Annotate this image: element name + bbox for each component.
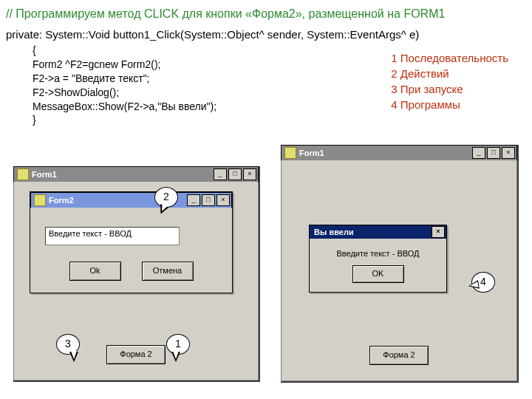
legend-item: 1 Последовательность [391,52,508,64]
form2-dialog: Form2 _ □ × Введите текст - ВВОД Ok Отме… [30,191,233,293]
code-signature: private: System::Void button1_Click(Syst… [6,28,526,44]
maximize-button[interactable]: □ [202,194,215,206]
messagebox-text: Введите текст - ВВОД [317,249,439,258]
form2-titlebar: Form2 _ □ × [30,192,232,208]
maximize-button[interactable]: □ [487,147,500,159]
text-input[interactable]: Введите текст - ВВОД [45,227,180,245]
callout-2: 2 [154,187,178,208]
legend-item: 2 Действий [391,67,508,80]
form1-title: Form1 [299,149,472,157]
legend-item: 3 При запуске [391,83,508,95]
cancel-button[interactable]: Отмена [142,262,194,281]
form1-titlebar: Form1 _ □ × [281,145,517,160]
callout-tail [468,280,480,290]
forma2-button[interactable]: Форма 2 [106,345,166,364]
screenshot-left: Form1 _ □ × Form2 _ □ × Введите текст - … [13,166,260,382]
ok-button[interactable]: OK [352,265,404,283]
form1-titlebar: Form1 _ □ × [13,166,259,182]
code-line: } [33,113,526,127]
messagebox-title: Вы ввели [314,228,354,236]
forma2-button[interactable]: Форма 2 [369,346,429,365]
minimize-button[interactable]: _ [472,147,485,159]
form-icon [34,194,46,206]
ok-button[interactable]: Ok [69,262,121,281]
close-button[interactable]: × [243,168,256,180]
close-button[interactable]: × [216,194,230,206]
minimize-button[interactable]: _ [187,194,200,206]
screenshot-right: Form1 _ □ × Вы ввели × Введите текст - В… [281,145,519,383]
minimize-button[interactable]: _ [214,168,227,180]
messagebox-titlebar: Вы ввели × [310,225,446,239]
form-icon [284,147,296,159]
form-icon [17,168,29,180]
maximize-button[interactable]: □ [228,168,242,180]
form1-title: Form1 [32,170,214,179]
legend: 1 Последовательность 2 Действий 3 При за… [391,52,508,114]
close-button[interactable]: × [432,226,445,238]
legend-item: 4 Программы [391,98,508,111]
slide-title: // Программируем метод CLICK для кнопки … [0,0,532,25]
callout-tail [171,352,180,362]
close-button[interactable]: × [502,147,515,159]
callout-tail [69,352,78,362]
messagebox: Вы ввели × Введите текст - ВВОД OK [309,225,447,293]
